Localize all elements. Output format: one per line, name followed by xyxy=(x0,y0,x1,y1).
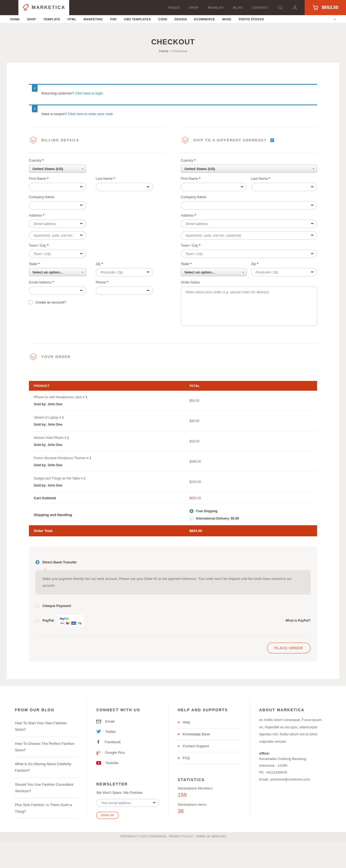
paypal-radio[interactable] xyxy=(35,618,39,622)
blog-post-link[interactable]: What is So Alluring About Celebrity Fash… xyxy=(15,757,77,778)
order-notes-textarea[interactable] xyxy=(181,286,317,326)
search-icon[interactable] xyxy=(278,5,283,10)
product-total: $56.00 xyxy=(185,399,317,403)
menu-more-chevron-icon[interactable]: » xyxy=(334,17,336,21)
copyright-text: COPYRIGHT © 2013 TOKOPRESS xyxy=(120,835,166,838)
billing-heading: BILLING DETAILS xyxy=(41,138,79,142)
billing-town-input[interactable] xyxy=(29,250,86,258)
menu-code[interactable]: CODE xyxy=(158,18,167,21)
menu-marketing[interactable]: MARKETING xyxy=(83,18,103,21)
shipping-option-free[interactable]: Free Shipping xyxy=(189,507,312,515)
shipping-first-name-input[interactable] xyxy=(181,183,247,191)
place-order-button[interactable]: PLACE ORDER xyxy=(267,643,311,654)
menu-shop[interactable]: SHOP xyxy=(27,18,36,21)
radio-icon[interactable] xyxy=(189,516,194,520)
billing-first-name-input[interactable] xyxy=(29,183,86,191)
paypal-label[interactable]: PayPal xyxy=(42,618,54,622)
menu-psd[interactable]: PSD xyxy=(110,18,116,21)
faq-link[interactable]: FAQ xyxy=(178,752,241,764)
menu-cms-templates[interactable]: CMS TEMPLATES xyxy=(124,18,151,21)
brand-name: MARKETICA xyxy=(32,5,65,10)
product-seller: Sold by: John Doe xyxy=(34,423,180,427)
topnav-pages[interactable]: PAGES xyxy=(168,6,180,9)
newsletter-signup-button[interactable]: SIGN UP xyxy=(96,812,119,819)
newsletter-email-input[interactable] xyxy=(96,799,159,807)
billing-first-name-label: First Name * xyxy=(29,177,86,181)
marketplace-members-label: Marketplace Members xyxy=(178,786,241,790)
social-facebook-link[interactable]: Facebook xyxy=(96,737,159,747)
privacy-policy-link[interactable]: PRIVACY POLICY xyxy=(169,835,193,838)
menu-ecommerce[interactable]: ECOMMERCE xyxy=(194,18,215,21)
brand-logo[interactable]: MARKETICA xyxy=(19,0,69,15)
cart-button[interactable]: $653.50 xyxy=(305,0,346,15)
marketplace-items-value: 38 xyxy=(178,808,241,814)
topnav-contact[interactable]: CONTACT xyxy=(252,6,269,9)
social-googleplus-link[interactable]: g+ Google Plus xyxy=(96,747,159,758)
shipping-address1-input[interactable] xyxy=(181,220,317,228)
blog-post-link[interactable]: Should You Use Fashion Consultant Servic… xyxy=(15,778,77,799)
terms-link[interactable]: TERMS OF SERVICES xyxy=(196,835,226,838)
product-name: Variant of Laptop xyxy=(34,415,58,420)
menu-design[interactable]: DESIGN xyxy=(175,18,187,21)
billing-address1-input[interactable] xyxy=(29,220,86,228)
login-link[interactable]: Click here to login xyxy=(75,91,103,95)
info-icon: i xyxy=(32,105,38,112)
knowledge-base-link[interactable]: Knowladge Base xyxy=(178,728,241,740)
blog-post-link[interactable]: Plus Size Fashion: Is There Such a Thing… xyxy=(15,798,77,819)
tag-logo-icon xyxy=(22,4,29,11)
billing-country-select[interactable]: United States (US) ▾ xyxy=(29,165,86,173)
shipping-company-input[interactable] xyxy=(181,201,317,210)
social-email-link[interactable]: Email xyxy=(96,716,159,726)
menu-photo-stocks[interactable]: PHOTO STOCKS xyxy=(239,18,264,21)
billing-last-name-input[interactable] xyxy=(96,183,153,191)
billing-address2-input[interactable] xyxy=(29,231,86,240)
menu-template[interactable]: TEMPLATE xyxy=(43,18,60,21)
create-account-checkbox[interactable] xyxy=(29,301,33,304)
facebook-icon xyxy=(96,740,101,744)
menu-home[interactable]: HOME xyxy=(10,18,20,21)
help-link[interactable]: Help xyxy=(178,716,241,728)
menu-html[interactable]: HTML xyxy=(68,18,76,21)
order-item-row: Women Hold iPhone × 1 Sold by: John Doe … xyxy=(29,431,317,452)
product-seller: Sold by: John Doe xyxy=(34,463,180,467)
coupon-link[interactable]: Click here to enter your code xyxy=(68,112,113,116)
bank-transfer-label[interactable]: Direct Bank Transfer xyxy=(42,560,77,564)
what-is-paypal-link[interactable]: What is PayPal? xyxy=(285,619,311,622)
shipping-option-international[interactable]: International Delivery: $5.90 xyxy=(189,515,312,522)
visa-icon: VISA xyxy=(60,621,65,625)
breadcrumb-home[interactable]: Home xyxy=(159,49,168,53)
contact-support-link[interactable]: Contact Support xyxy=(178,740,241,752)
billing-phone-input[interactable] xyxy=(96,286,153,295)
square-bullet-icon xyxy=(178,721,179,723)
ship-different-address-checkbox[interactable]: ✓ xyxy=(270,138,274,142)
blog-post-link[interactable]: How To Start Your Own Fashion Store? xyxy=(15,716,77,737)
cheque-payment-radio[interactable] xyxy=(35,604,39,608)
billing-zip-input[interactable] xyxy=(96,268,153,276)
shipping-zip-input[interactable] xyxy=(251,268,317,276)
social-youtube-link[interactable]: Youtube xyxy=(96,758,159,768)
topnav-wishlist[interactable]: WISHLIST xyxy=(208,6,224,9)
menu-muse[interactable]: MUSE xyxy=(222,18,231,21)
cheque-payment-label[interactable]: Cheque Payment xyxy=(42,604,71,608)
radio-selected-icon[interactable] xyxy=(189,509,194,513)
billing-company-input[interactable] xyxy=(29,201,86,210)
shipping-last-name-input[interactable] xyxy=(251,183,317,191)
shipping-state-select[interactable]: Select an option... ▾ xyxy=(181,268,247,276)
email-icon xyxy=(96,720,101,723)
blog-post-link[interactable]: How To Choose The Perfect Fashion Store? xyxy=(15,737,77,757)
site-footer: FROM OUR BLOG How To Start Your Own Fash… xyxy=(0,686,346,832)
topnav-blog[interactable]: BLOG xyxy=(233,6,243,9)
topnav-shop[interactable]: SHOP xyxy=(189,6,198,9)
billing-state-select[interactable]: Select an option... ▾ xyxy=(29,268,86,276)
page-head: CHECKOUT Home > Checkout xyxy=(0,23,346,63)
shipping-country-select[interactable]: United States (US) ▾ xyxy=(181,165,317,173)
shipping-town-input[interactable] xyxy=(181,250,317,258)
bank-transfer-radio[interactable] xyxy=(35,560,39,564)
account-icon[interactable] xyxy=(292,5,298,10)
mastercard-icon xyxy=(65,621,71,625)
billing-email-input[interactable] xyxy=(29,286,86,295)
page-title: CHECKOUT xyxy=(0,38,346,46)
shipping-country-label: Country * xyxy=(181,158,317,162)
shipping-address2-input[interactable] xyxy=(181,231,317,240)
social-twitter-link[interactable]: Twitter xyxy=(96,726,159,737)
